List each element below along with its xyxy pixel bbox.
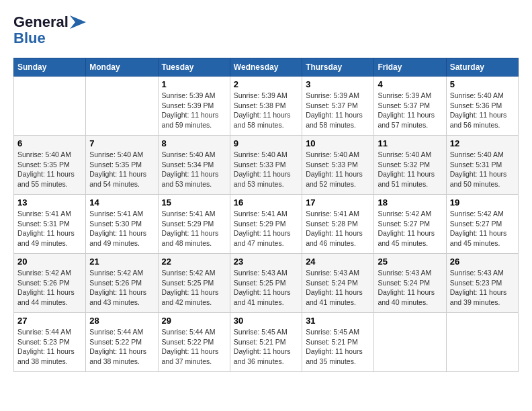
- logo-general: General: [13, 13, 69, 31]
- cell-sun-info: Sunrise: 5:41 AM Sunset: 5:29 PM Dayligh…: [234, 209, 298, 248]
- day-number: 14: [89, 197, 154, 208]
- calendar-week-3: 13Sunrise: 5:41 AM Sunset: 5:31 PM Dayli…: [14, 195, 519, 254]
- cell-sun-info: Sunrise: 5:40 AM Sunset: 5:31 PM Dayligh…: [450, 150, 515, 189]
- day-number: 3: [306, 79, 370, 89]
- calendar-cell: 30Sunrise: 5:45 AM Sunset: 5:21 PM Dayli…: [230, 313, 302, 372]
- day-number: 20: [17, 257, 82, 267]
- calendar-cell: 28Sunrise: 5:44 AM Sunset: 5:22 PM Dayli…: [86, 313, 158, 372]
- calendar-cell: [374, 313, 446, 372]
- day-number: 28: [89, 316, 154, 326]
- cell-sun-info: Sunrise: 5:41 AM Sunset: 5:28 PM Dayligh…: [306, 209, 370, 248]
- cell-sun-info: Sunrise: 5:40 AM Sunset: 5:32 PM Dayligh…: [378, 150, 442, 189]
- day-number: 26: [450, 257, 515, 267]
- cell-sun-info: Sunrise: 5:40 AM Sunset: 5:36 PM Dayligh…: [450, 91, 515, 130]
- day-number: 13: [17, 197, 82, 208]
- calendar-week-2: 6Sunrise: 5:40 AM Sunset: 5:35 PM Daylig…: [14, 136, 519, 195]
- day-number: 8: [162, 138, 226, 148]
- day-number: 27: [17, 316, 82, 326]
- cell-sun-info: Sunrise: 5:40 AM Sunset: 5:33 PM Dayligh…: [234, 150, 298, 189]
- day-number: 23: [234, 257, 298, 267]
- cell-sun-info: Sunrise: 5:42 AM Sunset: 5:26 PM Dayligh…: [89, 268, 154, 308]
- cell-sun-info: Sunrise: 5:40 AM Sunset: 5:33 PM Dayligh…: [306, 150, 370, 189]
- day-number: 5: [450, 79, 515, 89]
- calendar-cell: 21Sunrise: 5:42 AM Sunset: 5:26 PM Dayli…: [86, 254, 158, 313]
- cell-sun-info: Sunrise: 5:45 AM Sunset: 5:21 PM Dayligh…: [234, 327, 298, 367]
- weekday-header-wednesday: Wednesday: [230, 58, 302, 77]
- day-number: 19: [450, 197, 515, 208]
- calendar-week-1: 1Sunrise: 5:39 AM Sunset: 5:39 PM Daylig…: [14, 77, 519, 136]
- weekday-header-row: SundayMondayTuesdayWednesdayThursdayFrid…: [14, 58, 519, 77]
- calendar-cell: 23Sunrise: 5:43 AM Sunset: 5:25 PM Dayli…: [230, 254, 302, 313]
- calendar-cell: 18Sunrise: 5:42 AM Sunset: 5:27 PM Dayli…: [374, 195, 446, 254]
- day-number: 4: [378, 79, 442, 89]
- weekday-header-saturday: Saturday: [446, 58, 518, 77]
- day-number: 21: [89, 257, 154, 267]
- cell-sun-info: Sunrise: 5:42 AM Sunset: 5:26 PM Dayligh…: [17, 268, 82, 308]
- cell-sun-info: Sunrise: 5:43 AM Sunset: 5:24 PM Dayligh…: [306, 268, 370, 308]
- weekday-header-friday: Friday: [374, 58, 446, 77]
- cell-sun-info: Sunrise: 5:39 AM Sunset: 5:37 PM Dayligh…: [306, 91, 370, 130]
- calendar-cell: 7Sunrise: 5:40 AM Sunset: 5:35 PM Daylig…: [86, 136, 158, 195]
- cell-sun-info: Sunrise: 5:41 AM Sunset: 5:31 PM Dayligh…: [17, 209, 82, 248]
- calendar-cell: 19Sunrise: 5:42 AM Sunset: 5:27 PM Dayli…: [446, 195, 518, 254]
- day-number: 31: [306, 316, 370, 326]
- logo-blue: Blue: [13, 30, 86, 47]
- calendar-cell: 6Sunrise: 5:40 AM Sunset: 5:35 PM Daylig…: [14, 136, 86, 195]
- cell-sun-info: Sunrise: 5:42 AM Sunset: 5:27 PM Dayligh…: [378, 209, 442, 248]
- cell-sun-info: Sunrise: 5:43 AM Sunset: 5:25 PM Dayligh…: [234, 268, 298, 308]
- logo-bird-icon: [70, 15, 86, 29]
- logo: General Blue: [13, 13, 86, 47]
- calendar-cell: 8Sunrise: 5:40 AM Sunset: 5:34 PM Daylig…: [158, 136, 230, 195]
- weekday-header-monday: Monday: [86, 58, 158, 77]
- page-header: General Blue: [13, 13, 519, 47]
- day-number: 18: [378, 197, 442, 208]
- calendar-cell: [14, 77, 86, 136]
- day-number: 10: [306, 138, 370, 148]
- cell-sun-info: Sunrise: 5:39 AM Sunset: 5:37 PM Dayligh…: [378, 91, 442, 130]
- cell-sun-info: Sunrise: 5:40 AM Sunset: 5:34 PM Dayligh…: [162, 150, 226, 189]
- cell-sun-info: Sunrise: 5:43 AM Sunset: 5:23 PM Dayligh…: [450, 268, 515, 308]
- day-number: 25: [378, 257, 442, 267]
- day-number: 1: [162, 79, 226, 89]
- day-number: 15: [162, 197, 226, 208]
- calendar-week-5: 27Sunrise: 5:44 AM Sunset: 5:23 PM Dayli…: [14, 313, 519, 372]
- calendar-cell: 12Sunrise: 5:40 AM Sunset: 5:31 PM Dayli…: [446, 136, 518, 195]
- day-number: 30: [234, 316, 298, 326]
- calendar-cell: 9Sunrise: 5:40 AM Sunset: 5:33 PM Daylig…: [230, 136, 302, 195]
- day-number: 11: [378, 138, 442, 148]
- day-number: 16: [234, 197, 298, 208]
- calendar-cell: 5Sunrise: 5:40 AM Sunset: 5:36 PM Daylig…: [446, 77, 518, 136]
- day-number: 24: [306, 257, 370, 267]
- calendar-cell: 4Sunrise: 5:39 AM Sunset: 5:37 PM Daylig…: [374, 77, 446, 136]
- calendar-cell: 27Sunrise: 5:44 AM Sunset: 5:23 PM Dayli…: [14, 313, 86, 372]
- cell-sun-info: Sunrise: 5:42 AM Sunset: 5:25 PM Dayligh…: [162, 268, 226, 308]
- calendar-cell: [86, 77, 158, 136]
- logo-container: General Blue: [13, 13, 86, 47]
- cell-sun-info: Sunrise: 5:44 AM Sunset: 5:22 PM Dayligh…: [162, 327, 226, 367]
- calendar-cell: 29Sunrise: 5:44 AM Sunset: 5:22 PM Dayli…: [158, 313, 230, 372]
- calendar-cell: 22Sunrise: 5:42 AM Sunset: 5:25 PM Dayli…: [158, 254, 230, 313]
- calendar-cell: 16Sunrise: 5:41 AM Sunset: 5:29 PM Dayli…: [230, 195, 302, 254]
- day-number: 29: [162, 316, 226, 326]
- cell-sun-info: Sunrise: 5:41 AM Sunset: 5:30 PM Dayligh…: [89, 209, 154, 248]
- cell-sun-info: Sunrise: 5:40 AM Sunset: 5:35 PM Dayligh…: [89, 150, 154, 189]
- cell-sun-info: Sunrise: 5:43 AM Sunset: 5:24 PM Dayligh…: [378, 268, 442, 308]
- cell-sun-info: Sunrise: 5:42 AM Sunset: 5:27 PM Dayligh…: [450, 209, 515, 248]
- calendar-cell: 10Sunrise: 5:40 AM Sunset: 5:33 PM Dayli…: [302, 136, 374, 195]
- weekday-header-sunday: Sunday: [14, 58, 86, 77]
- day-number: 6: [17, 138, 82, 148]
- day-number: 7: [89, 138, 154, 148]
- weekday-header-tuesday: Tuesday: [158, 58, 230, 77]
- calendar-table: SundayMondayTuesdayWednesdayThursdayFrid…: [13, 58, 519, 372]
- cell-sun-info: Sunrise: 5:39 AM Sunset: 5:39 PM Dayligh…: [162, 91, 226, 130]
- cell-sun-info: Sunrise: 5:44 AM Sunset: 5:23 PM Dayligh…: [17, 327, 82, 367]
- cell-sun-info: Sunrise: 5:39 AM Sunset: 5:38 PM Dayligh…: [234, 91, 298, 130]
- cell-sun-info: Sunrise: 5:45 AM Sunset: 5:21 PM Dayligh…: [306, 327, 370, 367]
- day-number: 9: [234, 138, 298, 148]
- day-number: 2: [234, 79, 298, 89]
- day-number: 12: [450, 138, 515, 148]
- calendar-cell: 14Sunrise: 5:41 AM Sunset: 5:30 PM Dayli…: [86, 195, 158, 254]
- cell-sun-info: Sunrise: 5:44 AM Sunset: 5:22 PM Dayligh…: [89, 327, 154, 367]
- day-number: 17: [306, 197, 370, 208]
- calendar-cell: 24Sunrise: 5:43 AM Sunset: 5:24 PM Dayli…: [302, 254, 374, 313]
